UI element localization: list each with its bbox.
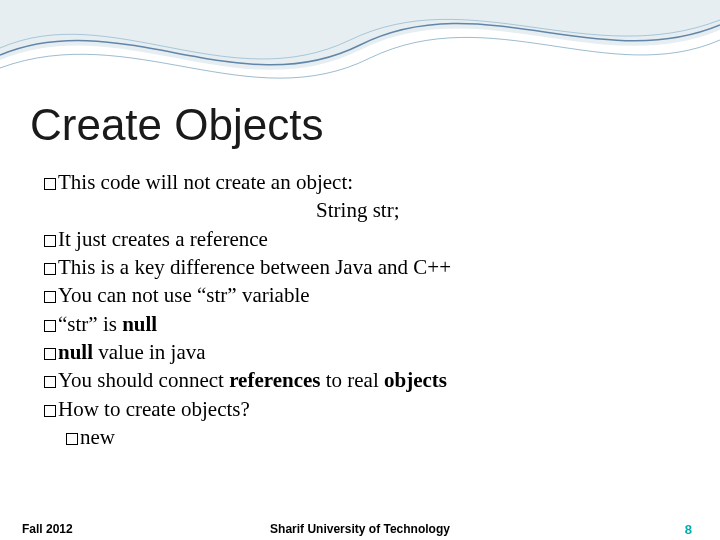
body-line: This is a key difference between Java an… [58,255,451,279]
bullet-icon [44,320,56,332]
slide-body: This code will not create an object: Str… [30,168,690,451]
bullet-icon [44,376,56,388]
body-bold: references [229,368,320,392]
bullet-icon [44,263,56,275]
body-bold: null [122,312,157,336]
bullet-icon [66,433,78,445]
body-line: value in java [93,340,206,364]
body-bold: objects [384,368,447,392]
body-sub-line: new [80,425,115,449]
body-bold: null [58,340,93,364]
bullet-icon [44,348,56,360]
slide-number: 8 [685,522,692,537]
body-line: “str” is [58,312,122,336]
bullet-icon [44,291,56,303]
body-line: You should connect [58,368,229,392]
code-line: String str; [164,196,552,224]
body-line: How to create objects? [58,397,250,421]
body-line: This code will not create an object: [58,170,353,194]
bullet-icon [44,405,56,417]
body-line: You can not use “str” variable [58,283,310,307]
bullet-icon [44,235,56,247]
footer-center: Sharif University of Technology [0,522,720,536]
slide-title: Create Objects [30,100,690,150]
body-line: It just creates a reference [58,227,268,251]
bullet-icon [44,178,56,190]
body-line: to real [320,368,384,392]
